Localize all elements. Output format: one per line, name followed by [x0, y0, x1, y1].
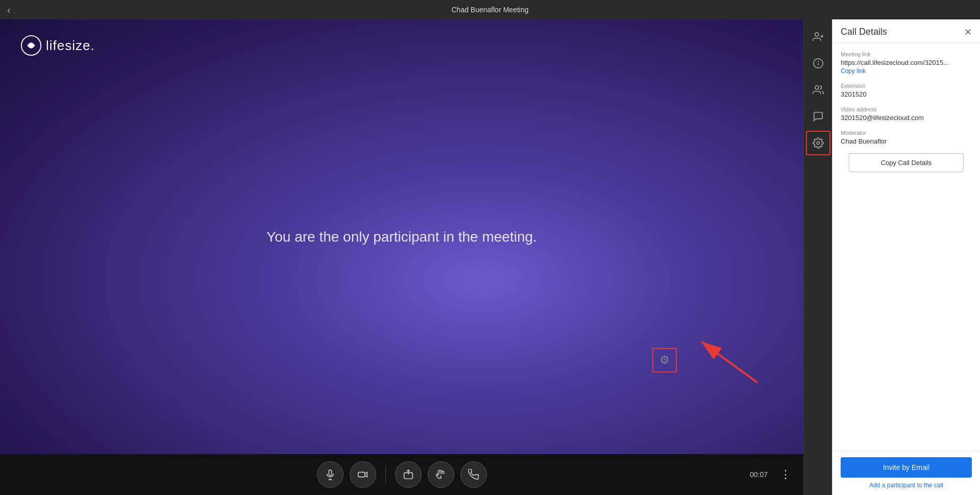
video-address-section: Video address 3201520@lifesizecloud.com [841, 106, 972, 122]
sidebar-icons [803, 19, 832, 495]
svg-point-14 [817, 142, 820, 145]
meeting-link-value: https://call.lifesizecloud.com/32015... [841, 59, 972, 66]
microphone-button[interactable] [317, 461, 344, 488]
svg-rect-7 [358, 472, 364, 477]
svg-line-3 [701, 342, 757, 383]
gear-icon-highlight: ⚙ [659, 353, 670, 367]
moderator-section: Moderator Chad Buenaflor [841, 130, 972, 145]
panel-content: Meeting link https://call.lifesizecloud.… [832, 43, 980, 451]
svg-point-9 [815, 33, 818, 36]
invite-email-button[interactable]: Invite by Email [841, 457, 972, 478]
gear-highlight-box: ⚙ [652, 348, 677, 372]
svg-point-13 [815, 86, 818, 89]
copy-call-details-button[interactable]: Copy Call Details [849, 153, 964, 172]
chat-sidebar-button[interactable] [806, 104, 830, 129]
panel-header: Call Details ✕ [832, 19, 980, 43]
moderator-label: Moderator [841, 130, 972, 136]
video-address-label: Video address [841, 106, 972, 112]
meeting-message: You are the only participant in the meet… [266, 229, 537, 245]
gear-sidebar-button[interactable] [806, 131, 830, 155]
participants-sidebar-button[interactable] [806, 78, 830, 102]
moderator-value: Chad Buenaflor [841, 137, 972, 145]
add-person-sidebar-button[interactable] [806, 25, 830, 49]
svg-rect-4 [329, 470, 332, 476]
info-sidebar-button[interactable] [806, 51, 830, 76]
bottom-bar: 00:07 ⋮ [0, 454, 803, 495]
video-area: lifesize. You are the only participant i… [0, 19, 803, 495]
camera-button[interactable] [350, 461, 376, 488]
more-options-button[interactable]: ⋮ [780, 468, 791, 481]
extension-value: 3201520 [841, 90, 972, 98]
red-arrow-annotation [691, 332, 773, 393]
back-button[interactable]: ‹ [7, 5, 11, 15]
top-bar: ‹ Chad Buenaflor Meeting [0, 0, 980, 19]
lifesize-logo: lifesize. [20, 35, 95, 56]
main-area: lifesize. You are the only participant i… [0, 19, 980, 495]
meeting-link-label: Meeting link [841, 51, 972, 57]
copy-link-button[interactable]: Copy link [841, 67, 972, 75]
panel-footer: Invite by Email Add a participant to the… [832, 451, 980, 495]
video-address-value: 3201520@lifesizecloud.com [841, 114, 972, 122]
call-details-panel: Call Details ✕ Meeting link https://call… [832, 19, 980, 495]
controls-center [317, 461, 487, 488]
raise-hand-button[interactable] [428, 461, 454, 488]
control-divider [385, 465, 386, 484]
close-panel-button[interactable]: ✕ [964, 28, 972, 37]
meeting-link-section: Meeting link https://call.lifesizecloud.… [841, 51, 972, 75]
svg-point-1 [29, 43, 33, 48]
extension-label: Extension [841, 83, 972, 89]
window-title: Chad Buenaflor Meeting [452, 6, 529, 14]
call-timer: 00:07 [750, 470, 768, 479]
share-button[interactable] [395, 461, 422, 488]
video-canvas: lifesize. You are the only participant i… [0, 19, 803, 454]
lifesize-logo-text: lifesize. [46, 38, 95, 54]
panel-title: Call Details [841, 27, 887, 37]
lifesize-logo-icon [20, 35, 42, 56]
add-participant-link[interactable]: Add a participant to the call [841, 482, 972, 489]
hangup-button[interactable] [460, 461, 487, 488]
extension-section: Extension 3201520 [841, 83, 972, 98]
